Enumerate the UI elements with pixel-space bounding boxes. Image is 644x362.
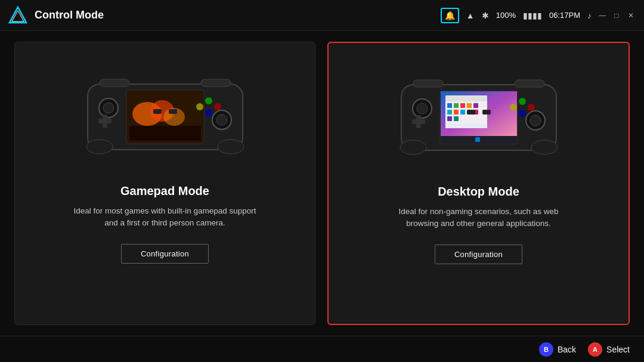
svg-point-48 [417,103,428,114]
back-badge: B [539,342,553,357]
svg-rect-58 [515,80,544,87]
main-content: Gamepad Mode Ideal for most games with b… [0,31,644,336]
svg-point-22 [218,140,244,154]
svg-rect-52 [416,115,421,128]
svg-point-18 [205,109,212,116]
desktop-svg [383,55,574,174]
notification-icon: 🔔 [445,11,455,20]
svg-point-21 [86,140,113,154]
svg-rect-30 [475,137,480,142]
wifi-icon: ▲ [466,11,475,20]
svg-point-15 [205,97,212,104]
svg-rect-36 [467,103,472,108]
back-label: Back [558,345,576,354]
svg-point-10 [103,103,114,113]
gamepad-device-illustration [70,54,261,174]
maximize-button[interactable]: □ [612,11,621,20]
bluetooth-icon: ✱ [482,11,489,20]
svg-rect-40 [460,110,465,115]
close-button[interactable]: ✕ [626,11,636,20]
desktop-mode-desc: Ideal for non-gaming scenarios, such as … [383,206,574,230]
desktop-mode-card[interactable]: Desktop Mode Ideal for non-gaming scenar… [327,42,630,325]
svg-rect-19 [100,79,129,86]
svg-point-50 [530,115,541,126]
gamepad-mode-desc: Ideal for most games with built-in gamep… [70,205,261,230]
gamepad-config-button[interactable]: Configuration [121,244,209,264]
desktop-device-illustration [383,55,574,174]
select-badge: A [588,342,602,357]
titlebar: Control Mode 🔔 ▲ ✱ 100% ▮▮▮▮ 06:17PM ♪ —… [0,0,644,31]
select-label: Select [606,345,630,354]
svg-point-60 [531,140,558,154]
battery-percent: 100% [496,11,516,20]
svg-point-53 [519,98,526,105]
gamepad-mode-title: Gamepad Mode [120,184,209,198]
svg-point-55 [510,104,517,111]
window-controls: — □ ✕ [597,11,636,20]
desktop-mode-title: Desktop Mode [438,185,519,199]
svg-point-56 [519,110,526,117]
svg-rect-20 [201,79,231,86]
svg-rect-32 [445,95,487,101]
svg-point-54 [528,104,535,111]
page-title: Control Mode [35,9,441,21]
desktop-config-button[interactable]: Configuration [435,245,522,264]
svg-rect-45 [445,124,487,128]
svg-rect-33 [447,103,452,108]
user-icon: ♪ [587,11,592,20]
notification-icon-box[interactable]: 🔔 [441,8,459,23]
bottom-bar: B Back A Select [0,336,644,362]
svg-point-16 [214,103,221,110]
svg-rect-37 [473,103,478,108]
svg-rect-39 [454,110,459,115]
svg-rect-38 [447,110,452,115]
select-action[interactable]: A Select [588,342,630,357]
time-display: 06:17PM [549,11,580,20]
app-logo [8,6,27,25]
svg-rect-43 [447,116,452,121]
svg-rect-57 [413,80,443,87]
back-action[interactable]: B Back [539,342,576,357]
svg-rect-35 [460,103,465,108]
minimize-button[interactable]: — [597,11,607,20]
gamepad-svg [70,54,261,174]
svg-rect-44 [454,116,459,121]
svg-rect-23 [153,109,162,114]
gamepad-mode-card[interactable]: Gamepad Mode Ideal for most games with b… [14,42,315,325]
svg-rect-62 [482,110,491,115]
status-area: 🔔 ▲ ✱ 100% ▮▮▮▮ 06:17PM ♪ [441,8,592,23]
svg-marker-0 [10,7,26,23]
svg-rect-8 [129,126,201,141]
svg-rect-34 [454,103,459,108]
svg-rect-61 [467,110,475,115]
svg-point-12 [216,115,227,125]
svg-rect-14 [103,115,107,128]
battery-icon: ▮▮▮▮ [523,11,542,20]
svg-point-17 [196,103,203,110]
svg-point-59 [400,140,426,154]
svg-rect-46 [490,97,497,109]
svg-rect-24 [169,109,177,114]
